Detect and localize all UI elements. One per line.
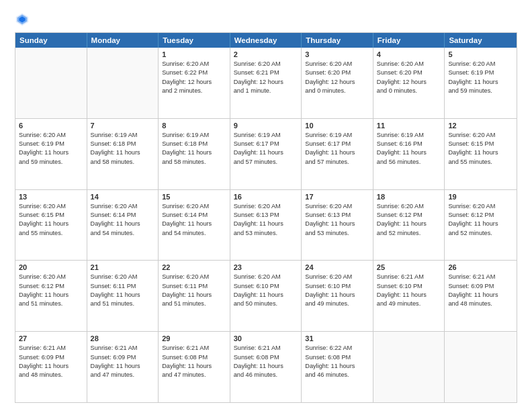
day-number: 19	[448, 193, 513, 201]
cell-line: Sunset: 6:14 PM	[162, 211, 226, 220]
day-number: 14	[91, 193, 155, 201]
cell-line: and 51 minutes.	[91, 300, 155, 308]
calendar-cell	[373, 332, 445, 402]
cell-line: and 58 minutes.	[162, 158, 226, 167]
cell-line: Sunrise: 6:20 AM	[19, 131, 83, 140]
cell-line: and 46 minutes.	[234, 371, 298, 379]
cell-line: Sunrise: 6:20 AM	[162, 60, 226, 68]
cell-line: Daylight: 11 hours	[19, 148, 83, 157]
cell-line: and 51 minutes.	[162, 300, 226, 308]
cell-line: Sunrise: 6:20 AM	[162, 273, 226, 281]
cell-line: Sunrise: 6:19 AM	[91, 131, 155, 140]
cell-line: Daylight: 12 hours	[305, 78, 369, 87]
calendar-cell: 18Sunrise: 6:20 AMSunset: 6:12 PMDayligh…	[373, 190, 445, 261]
logo-icon	[15, 12, 30, 27]
calendar-cell: 1Sunrise: 6:20 AMSunset: 6:22 PMDaylight…	[159, 48, 230, 118]
calendar-cell: 22Sunrise: 6:20 AMSunset: 6:11 PMDayligh…	[159, 261, 230, 331]
cell-line: Daylight: 11 hours	[377, 148, 441, 157]
cell-line: and 52 minutes.	[448, 229, 513, 238]
cell-line: Sunrise: 6:19 AM	[305, 131, 369, 140]
calendar-header-cell: Friday	[373, 33, 445, 48]
cell-line: and 58 minutes.	[91, 158, 155, 167]
cell-line: and 53 minutes.	[305, 229, 369, 238]
cell-line: Sunrise: 6:21 AM	[377, 273, 441, 281]
cell-line: and 55 minutes.	[448, 158, 513, 167]
day-number: 18	[377, 193, 441, 201]
day-number: 5	[448, 50, 513, 58]
day-number: 23	[234, 263, 298, 271]
day-number: 31	[305, 334, 369, 342]
calendar-header-cell: Saturday	[445, 33, 517, 48]
calendar-cell	[15, 48, 87, 118]
cell-line: Sunset: 6:10 PM	[305, 282, 369, 291]
cell-line: Sunset: 6:12 PM	[448, 211, 513, 220]
cell-line: Daylight: 11 hours	[234, 220, 298, 228]
day-number: 16	[234, 193, 298, 201]
calendar-cell: 10Sunrise: 6:19 AMSunset: 6:17 PMDayligh…	[302, 119, 373, 189]
calendar-cell: 14Sunrise: 6:20 AMSunset: 6:14 PMDayligh…	[87, 190, 159, 261]
day-number: 17	[305, 193, 369, 201]
cell-line: and 59 minutes.	[448, 87, 513, 95]
calendar-body: 1Sunrise: 6:20 AMSunset: 6:22 PMDaylight…	[15, 48, 517, 402]
cell-line: and 1 minute.	[234, 87, 298, 95]
calendar-cell: 7Sunrise: 6:19 AMSunset: 6:18 PMDaylight…	[87, 119, 159, 189]
cell-line: Daylight: 12 hours	[162, 78, 226, 87]
day-number: 13	[19, 193, 83, 201]
cell-line: Sunrise: 6:20 AM	[448, 60, 513, 68]
cell-line: Daylight: 11 hours	[91, 291, 155, 300]
day-number: 22	[162, 263, 226, 271]
cell-line: Sunset: 6:18 PM	[162, 140, 226, 148]
cell-line: Sunset: 6:15 PM	[19, 211, 83, 220]
day-number: 12	[448, 122, 513, 130]
cell-line: Sunrise: 6:20 AM	[19, 273, 83, 281]
calendar-cell: 11Sunrise: 6:19 AMSunset: 6:16 PMDayligh…	[373, 119, 445, 189]
cell-line: and 2 minutes.	[162, 87, 226, 95]
cell-line: Daylight: 11 hours	[234, 362, 298, 371]
logo	[15, 12, 32, 27]
cell-line: Daylight: 11 hours	[162, 148, 226, 157]
calendar-week: 1Sunrise: 6:20 AMSunset: 6:22 PMDaylight…	[15, 48, 517, 119]
cell-line: and 49 minutes.	[377, 300, 441, 308]
cell-line: Sunrise: 6:21 AM	[234, 344, 298, 353]
cell-line: Daylight: 11 hours	[305, 148, 369, 157]
cell-line: Sunrise: 6:22 AM	[305, 344, 369, 353]
cell-line: Daylight: 12 hours	[377, 78, 441, 87]
cell-line: Sunrise: 6:20 AM	[377, 60, 441, 68]
cell-line: Sunrise: 6:19 AM	[234, 131, 298, 140]
cell-line: and 46 minutes.	[305, 371, 369, 379]
day-number: 21	[91, 263, 155, 271]
calendar-week: 6Sunrise: 6:20 AMSunset: 6:19 PMDaylight…	[15, 119, 517, 190]
calendar-cell: 17Sunrise: 6:20 AMSunset: 6:13 PMDayligh…	[302, 190, 373, 261]
cell-line: Sunrise: 6:20 AM	[19, 202, 83, 211]
cell-line: and 0 minutes.	[377, 87, 441, 95]
cell-line: Sunset: 6:09 PM	[91, 353, 155, 362]
day-number: 27	[19, 334, 83, 342]
calendar-cell: 3Sunrise: 6:20 AMSunset: 6:20 PMDaylight…	[302, 48, 373, 118]
cell-line: Daylight: 11 hours	[19, 291, 83, 300]
calendar-cell: 9Sunrise: 6:19 AMSunset: 6:17 PMDaylight…	[230, 119, 302, 189]
calendar-header-cell: Monday	[87, 33, 159, 48]
day-number: 25	[377, 263, 441, 271]
cell-line: Sunset: 6:18 PM	[91, 140, 155, 148]
calendar-cell: 24Sunrise: 6:20 AMSunset: 6:10 PMDayligh…	[302, 261, 373, 331]
cell-line: Daylight: 11 hours	[91, 220, 155, 228]
cell-line: Sunrise: 6:20 AM	[162, 202, 226, 211]
cell-line: and 51 minutes.	[19, 300, 83, 308]
day-number: 3	[305, 50, 369, 58]
cell-line: Sunrise: 6:20 AM	[305, 273, 369, 281]
cell-line: Sunset: 6:10 PM	[377, 282, 441, 291]
cell-line: Sunset: 6:11 PM	[91, 282, 155, 291]
cell-line: Daylight: 11 hours	[305, 220, 369, 228]
cell-line: Sunset: 6:17 PM	[234, 140, 298, 148]
cell-line: and 55 minutes.	[19, 229, 83, 238]
day-number: 4	[377, 50, 441, 58]
cell-line: Daylight: 11 hours	[91, 362, 155, 371]
calendar-cell: 23Sunrise: 6:20 AMSunset: 6:10 PMDayligh…	[230, 261, 302, 331]
cell-line: Daylight: 11 hours	[91, 148, 155, 157]
cell-line: Sunrise: 6:20 AM	[91, 202, 155, 211]
calendar-cell: 5Sunrise: 6:20 AMSunset: 6:19 PMDaylight…	[445, 48, 517, 118]
cell-line: Daylight: 11 hours	[448, 148, 513, 157]
day-number: 2	[234, 50, 298, 58]
cell-line: Sunrise: 6:20 AM	[448, 131, 513, 140]
calendar-cell: 8Sunrise: 6:19 AMSunset: 6:18 PMDaylight…	[159, 119, 230, 189]
